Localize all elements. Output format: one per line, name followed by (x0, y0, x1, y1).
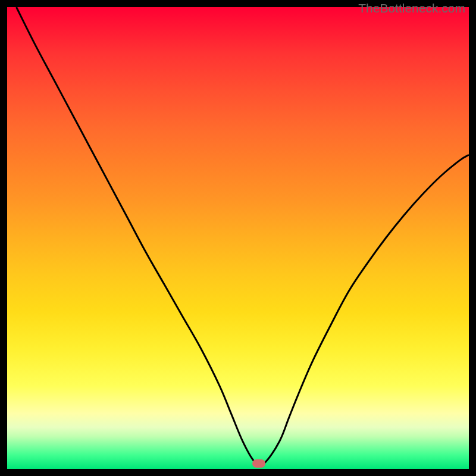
curve-svg (7, 7, 469, 469)
attribution-text: TheBottleneck.com (358, 1, 465, 15)
plot-area (7, 7, 469, 469)
bottleneck-curve (17, 7, 469, 465)
minimum-marker (252, 459, 265, 468)
chart-container: TheBottleneck.com (0, 0, 476, 476)
